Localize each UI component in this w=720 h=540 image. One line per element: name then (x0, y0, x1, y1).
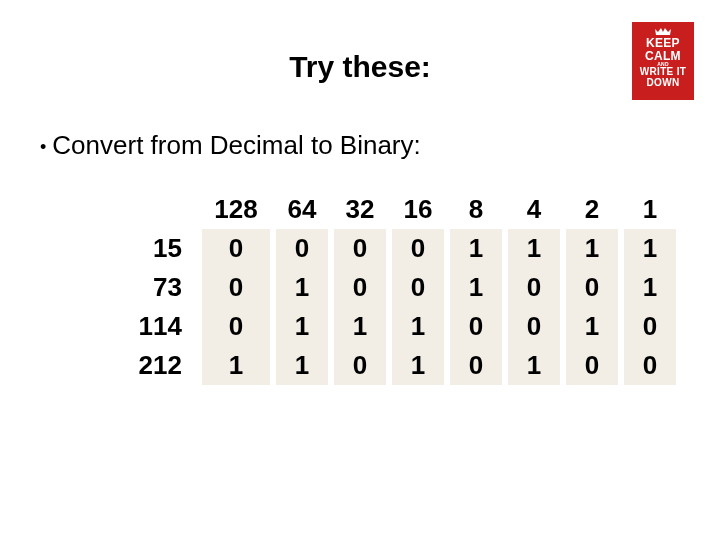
header-cell: 4 (508, 190, 560, 229)
bullet-dot: • (40, 137, 46, 157)
header-blank (116, 190, 196, 229)
cell: 0 (276, 229, 328, 268)
cell: 1 (392, 307, 444, 346)
cell: 0 (392, 229, 444, 268)
header-cell: 32 (334, 190, 386, 229)
cell: 1 (334, 307, 386, 346)
cell: 0 (202, 307, 270, 346)
header-cell: 2 (566, 190, 618, 229)
cell: 0 (334, 268, 386, 307)
cell: 1 (276, 268, 328, 307)
cell: 1 (392, 346, 444, 385)
cell: 0 (202, 229, 270, 268)
header-cell: 8 (450, 190, 502, 229)
cell: 1 (276, 346, 328, 385)
cell: 1 (624, 229, 676, 268)
header-cell: 128 (202, 190, 270, 229)
cell: 0 (624, 307, 676, 346)
cell: 0 (508, 268, 560, 307)
crown-icon (654, 26, 672, 36)
cell: 1 (566, 307, 618, 346)
cell: 0 (334, 346, 386, 385)
cell: 1 (508, 346, 560, 385)
header-cell: 64 (276, 190, 328, 229)
slide-title: Try these: (0, 50, 720, 84)
cell: 0 (392, 268, 444, 307)
table-row: 15 0 0 0 0 1 1 1 1 (116, 229, 676, 268)
table-row: 212 1 1 0 1 0 1 0 0 (116, 346, 676, 385)
row-label: 73 (116, 268, 196, 307)
cell: 0 (566, 268, 618, 307)
header-cell: 1 (624, 190, 676, 229)
row-label: 212 (116, 346, 196, 385)
row-label: 114 (116, 307, 196, 346)
cell: 0 (624, 346, 676, 385)
cell: 0 (202, 268, 270, 307)
table-header-row: 128 64 32 16 8 4 2 1 (116, 190, 676, 229)
row-label: 15 (116, 229, 196, 268)
cell: 1 (202, 346, 270, 385)
cell: 1 (508, 229, 560, 268)
bullet-line: •Convert from Decimal to Binary: (40, 130, 421, 161)
cell: 1 (450, 268, 502, 307)
cell: 1 (276, 307, 328, 346)
badge-keep: KEEP (634, 37, 692, 50)
cell: 1 (450, 229, 502, 268)
binary-table-wrap: 128 64 32 16 8 4 2 1 15 0 0 0 0 1 (110, 190, 682, 385)
cell: 0 (450, 307, 502, 346)
bullet-text: Convert from Decimal to Binary: (52, 130, 420, 160)
binary-table: 128 64 32 16 8 4 2 1 15 0 0 0 0 1 (110, 190, 682, 385)
cell: 0 (508, 307, 560, 346)
table-row: 114 0 1 1 1 0 0 1 0 (116, 307, 676, 346)
cell: 0 (334, 229, 386, 268)
slide: KEEP CALM AND WRITE IT DOWN Try these: •… (0, 0, 720, 540)
cell: 1 (624, 268, 676, 307)
cell: 0 (566, 346, 618, 385)
table-row: 73 0 1 0 0 1 0 0 1 (116, 268, 676, 307)
cell: 0 (450, 346, 502, 385)
header-cell: 16 (392, 190, 444, 229)
cell: 1 (566, 229, 618, 268)
